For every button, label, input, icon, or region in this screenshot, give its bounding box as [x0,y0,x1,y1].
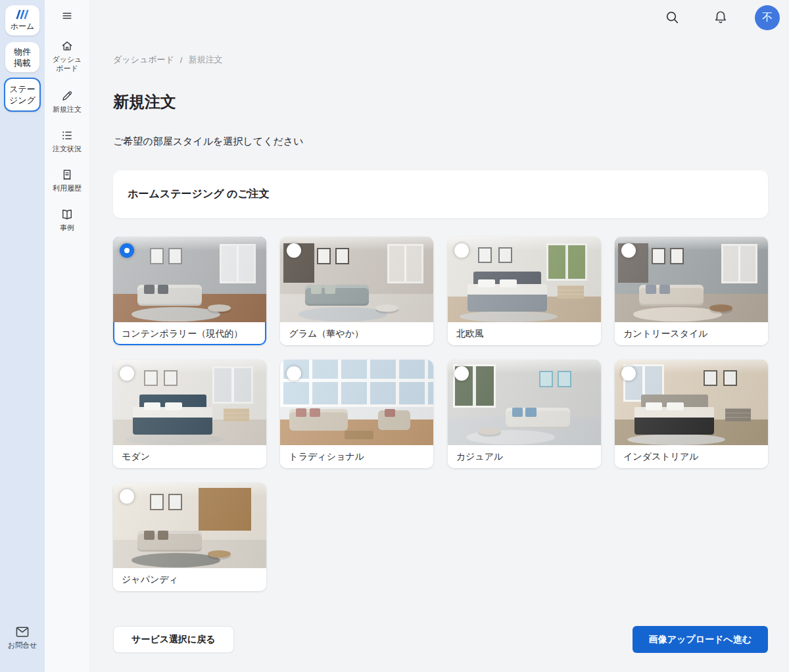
sidebar-item-label: ボード [45,64,89,73]
style-photo-shape [113,237,266,322]
dashboard-icon [60,39,74,53]
menu-button[interactable] [45,9,89,24]
style-radio[interactable] [621,243,636,258]
dashboard-icon-wrap [45,39,89,53]
order-status-icon [60,129,74,142]
order-status-icon-wrap [45,129,89,142]
breadcrumb: ダッシュボード / 新規注文 [113,54,222,66]
style-card-4[interactable]: モダン [113,360,266,468]
menu-icon [60,9,74,22]
rail-staging-label-line1: ステー [9,84,36,95]
sidebar-item-case-studies[interactable]: 事例 [45,208,89,232]
sidebar-item-label: 事例 [45,223,89,232]
usage-history-icon-wrap [45,168,89,181]
style-photo-shape [113,483,266,568]
style-radio[interactable] [454,243,469,258]
new-order-icon [60,89,74,103]
rail-staging-label-line2: ジング [9,95,36,106]
style-card-label: グラム（華やか） [280,322,433,345]
style-photo [280,360,433,445]
search-icon [664,9,680,25]
style-card-8[interactable]: ジャパンディ [113,483,266,591]
style-card-label: モダン [113,445,266,468]
style-card-label: カジュアル [448,445,601,468]
style-photo [280,237,433,322]
rail-listing-label-line1: 物件 [14,46,31,57]
style-photo-shape [615,237,768,322]
app-logo-icon [14,10,30,22]
sidebar-item-order-status[interactable]: 注文状況 [45,129,89,153]
style-card-0[interactable]: コンテンポラリー（現代的） [113,237,266,345]
style-radio[interactable] [120,243,134,258]
mail-icon [15,626,30,638]
breadcrumb-separator: / [180,55,183,65]
proceed-to-upload-button[interactable]: 画像アップロードへ進む [633,626,768,653]
style-card-label: カントリースタイル [615,322,768,345]
style-radio[interactable] [621,366,636,381]
sidebar-item-usage-history[interactable]: 利用履歴 [45,168,89,193]
style-card-3[interactable]: カントリースタイル [615,237,768,345]
app-rail: ホーム 物件 掲載 ステー ジング お問合せ [0,0,45,672]
notifications-button[interactable] [711,8,730,28]
new-order-icon-wrap [45,89,89,103]
page-subtitle: ご希望の部屋スタイルを選択してください [113,135,304,148]
style-photo [615,360,768,445]
rail-item-listing[interactable]: 物件 掲載 [5,42,39,72]
style-card-5[interactable]: トラディショナル [280,360,433,468]
style-photo-shape [280,360,433,445]
rail-listing-label-line2: 掲載 [14,57,31,68]
style-photo [615,237,768,322]
sidebar-item-new-order[interactable]: 新規注文 [45,89,89,114]
style-card-label: トラディショナル [280,445,433,468]
rail-home-label: ホーム [11,22,35,32]
style-radio[interactable] [120,489,134,504]
style-card-6[interactable]: カジュアル [448,360,601,468]
order-section-title: ホームステージング のご注文 [128,187,270,201]
style-photo-shape [113,360,266,445]
case-studies-icon-wrap [45,208,89,221]
style-photo [113,483,266,568]
style-radio[interactable] [454,366,469,381]
style-card-label: インダストリアル [615,445,768,468]
breadcrumb-dashboard[interactable]: ダッシュボード [113,54,174,66]
sidebar-item-label: 利用履歴 [45,183,89,193]
style-photo [113,360,266,445]
style-card-1[interactable]: グラム（華やか） [280,237,433,345]
sidebar-item-label: 新規注文 [45,105,89,114]
rail-contact-label: お問合せ [8,641,37,649]
back-to-service-button[interactable]: サービス選択に戻る [113,626,234,653]
bell-icon [713,9,729,25]
rail-item-contact[interactable]: お問合せ [0,626,45,650]
style-photo-shape [280,237,433,322]
style-card-7[interactable]: インダストリアル [615,360,768,468]
main-content: 不 ダッシュボード / 新規注文 新規注文 ご希望の部屋スタイルを選択してくださ… [89,0,789,672]
style-card-2[interactable]: 北欧風 [448,237,601,345]
search-button[interactable] [662,8,682,28]
sidebar: ダッシュ ボード 新規注文 注文状況 利用履歴 事例 [45,0,89,672]
style-photo-shape [448,237,601,322]
style-radio[interactable] [120,366,134,381]
usage-history-icon [60,168,74,181]
style-photo-shape [615,360,768,445]
avatar[interactable]: 不 [755,5,780,30]
sidebar-item-label: ダッシュ [45,55,89,64]
rail-item-home[interactable]: ホーム [5,5,39,36]
style-card-label: ジャパンディ [113,568,266,591]
breadcrumb-current: 新規注文 [188,54,222,66]
case-studies-icon [60,208,74,221]
style-photo [113,237,266,322]
style-card-label: 北欧風 [448,322,601,345]
sidebar-item-label: 注文状況 [45,144,89,153]
rail-item-staging-selected[interactable]: ステー ジング [4,78,41,112]
page-title: 新規注文 [113,91,176,112]
style-photo-shape [448,360,601,445]
style-photo [448,360,601,445]
style-card-label: コンテンポラリー（現代的） [113,322,266,345]
style-grid: コンテンポラリー（現代的） グラム（華やか） 北欧風 カントリースタイル モダン… [113,237,768,591]
style-photo [448,237,601,322]
sidebar-item-dashboard[interactable]: ダッシュ ボード [45,39,89,73]
order-section-header: ホームステージング のご注文 [113,170,768,218]
